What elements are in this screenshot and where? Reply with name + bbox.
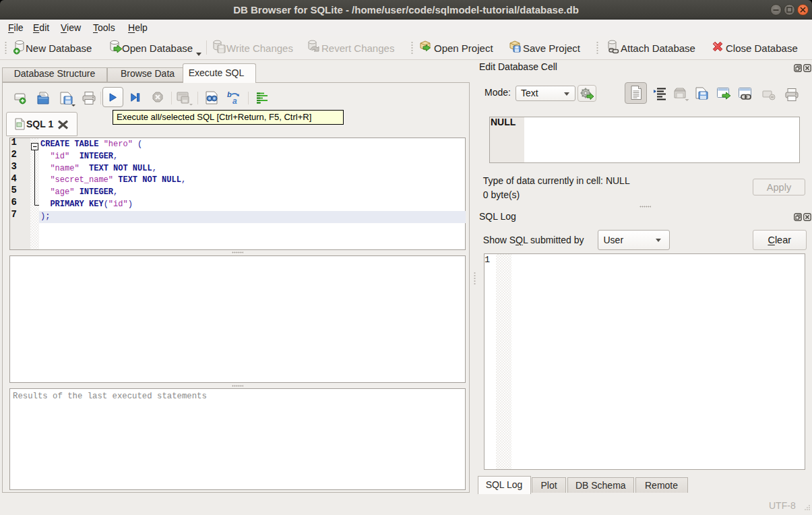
svg-text:b: b: [227, 90, 232, 98]
svg-text:a: a: [232, 96, 237, 106]
